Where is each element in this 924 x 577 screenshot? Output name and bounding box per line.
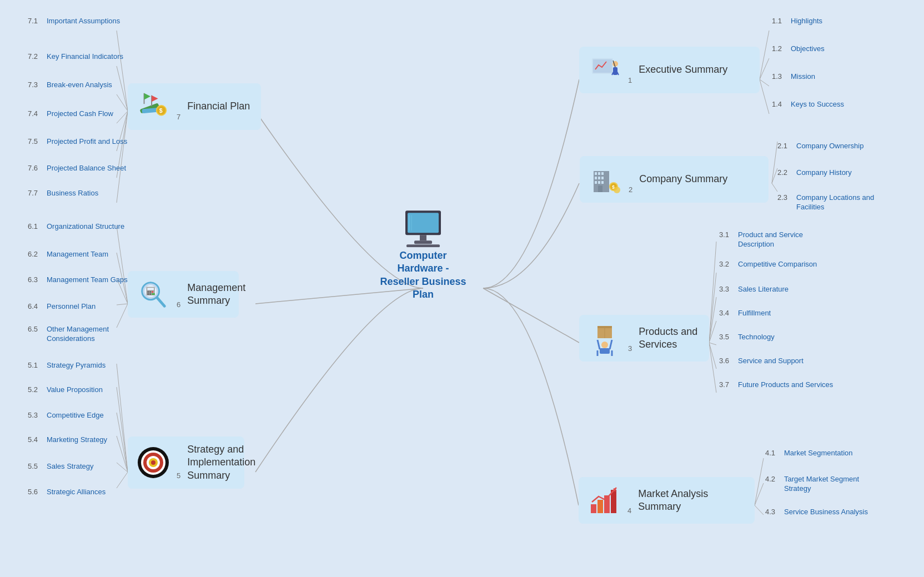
- market-chart-icon: [587, 484, 621, 517]
- svg-line-33: [117, 463, 128, 472]
- sub-item-5-3: 5.3 Competitive Edge: [28, 411, 104, 420]
- svg-rect-68: [600, 348, 610, 354]
- svg-line-0: [760, 31, 769, 79]
- svg-line-12: [709, 343, 716, 369]
- node-strategy-implementation: 5 Strategy and Implementation Summary: [128, 436, 244, 489]
- svg-line-17: [117, 31, 128, 111]
- node-num-7: 7: [177, 113, 180, 123]
- svg-rect-54: [598, 177, 600, 179]
- sub-item-4-3: 4.3 Service Business Analysis: [765, 508, 868, 517]
- svg-line-8: [709, 273, 716, 343]
- management-icon: [137, 278, 170, 311]
- svg-line-34: [117, 472, 128, 488]
- svg-line-15: [755, 483, 764, 505]
- svg-line-30: [117, 387, 128, 472]
- company-summary-title: Company Summary: [639, 173, 727, 185]
- sub-item-4-1: 4.1 Market Segmentation: [765, 449, 853, 458]
- svg-line-18: [117, 66, 128, 111]
- sub-item-3-1: 3.1 Product and Service Description: [719, 230, 803, 249]
- svg-marker-84: [152, 96, 158, 102]
- sub-item-6-1: 6.1 Organizational Structure: [28, 222, 124, 232]
- presentation-icon: [588, 53, 621, 87]
- financial-plan-title: Financial Plan: [187, 100, 250, 113]
- sub-item-5-5: 5.5 Sales Strategy: [28, 462, 94, 471]
- svg-rect-92: [147, 291, 149, 293]
- svg-line-13: [709, 343, 716, 393]
- svg-line-16: [755, 505, 764, 515]
- svg-line-28: [117, 304, 128, 328]
- building-icon: $: [589, 163, 622, 196]
- svg-rect-97: [152, 293, 155, 295]
- computer-icon: [401, 209, 445, 247]
- sub-item-7-5: 7.5 Projected Profit and Loss: [28, 137, 127, 147]
- sub-item-2-2: 2.2 Company History: [777, 168, 852, 178]
- sub-item-4-2: 4.2 Target Market Segment Strategy: [765, 475, 859, 494]
- target-icon: [137, 446, 170, 479]
- svg-rect-58: [601, 181, 604, 184]
- node-num-2: 2: [629, 185, 632, 196]
- svg-point-67: [601, 342, 608, 348]
- sub-item-7-2: 7.2 Key Financial Indicators: [28, 52, 123, 62]
- svg-line-11: [709, 343, 716, 345]
- node-market-analysis: 4 Market Analysis Summary: [579, 477, 755, 524]
- products-services-title: Products and Services: [639, 325, 697, 352]
- svg-rect-51: [598, 172, 600, 175]
- svg-line-71: [597, 340, 600, 349]
- node-products-services: 3 Products and Services: [579, 315, 709, 362]
- svg-line-14: [755, 458, 764, 505]
- sub-item-2-1: 2.1 Company Ownership: [777, 142, 863, 151]
- svg-line-1: [760, 58, 769, 79]
- svg-line-31: [117, 413, 128, 472]
- svg-line-2: [760, 79, 769, 86]
- svg-line-72: [610, 340, 612, 349]
- svg-rect-95: [147, 293, 149, 295]
- sub-item-6-5: 6.5 Other Management Considerations: [28, 325, 109, 344]
- node-company-summary: $ 2 Company Summary: [580, 156, 769, 203]
- sub-item-7-4: 7.4 Projected Cash Flow: [28, 109, 113, 119]
- center-title: Computer Hardware - Reseller Business Pl…: [379, 249, 468, 302]
- box-carrier-icon: [588, 322, 621, 355]
- svg-text:$: $: [159, 107, 163, 114]
- svg-line-7: [709, 242, 716, 343]
- node-num-6: 6: [177, 300, 180, 311]
- sub-item-7-6: 7.6 Projected Balance Sheet: [28, 164, 126, 173]
- svg-rect-94: [152, 291, 153, 293]
- svg-line-6: [772, 183, 777, 192]
- svg-rect-38: [414, 240, 432, 244]
- sub-item-3-4: 3.4 Fulfillment: [719, 309, 771, 318]
- sub-item-1-1: 1.1 Highlights: [772, 17, 822, 26]
- svg-rect-50: [595, 172, 597, 175]
- sub-item-3-7: 3.7 Future Products and Services: [719, 380, 833, 390]
- svg-rect-73: [591, 504, 596, 513]
- svg-line-32: [117, 436, 128, 472]
- svg-point-63: [614, 187, 620, 193]
- sub-item-6-4: 6.4 Personnel Plan: [28, 302, 96, 312]
- sub-item-3-2: 3.2 Competitive Comparison: [719, 260, 817, 269]
- financial-icon: $: [137, 90, 170, 123]
- center-node: Computer Hardware - Reseller Business Pl…: [379, 209, 468, 302]
- executive-summary-title: Executive Summary: [639, 63, 727, 76]
- svg-line-5: [772, 168, 777, 183]
- sub-item-5-1: 5.1 Strategy Pyramids: [28, 361, 106, 370]
- svg-line-29: [117, 364, 128, 472]
- sub-item-1-2: 1.2 Objectives: [772, 44, 825, 54]
- sub-item-3-3: 3.3 Sales Literature: [719, 285, 789, 294]
- svg-line-24: [117, 226, 128, 304]
- svg-rect-55: [601, 177, 604, 179]
- svg-rect-96: [149, 293, 151, 295]
- svg-rect-91: [147, 288, 154, 290]
- svg-rect-57: [598, 181, 600, 184]
- node-executive-summary: 1 Executive Summary: [579, 47, 760, 93]
- svg-line-23: [117, 111, 128, 203]
- svg-line-27: [117, 304, 128, 305]
- svg-line-4: [772, 142, 777, 183]
- strategy-implementation-title: Strategy and Implementation Summary: [187, 443, 255, 482]
- sub-item-5-2: 5.2 Value Proposition: [28, 385, 103, 395]
- svg-rect-52: [601, 172, 604, 175]
- svg-line-10: [709, 321, 716, 343]
- svg-rect-74: [597, 500, 603, 513]
- sub-item-7-7: 7.7 Business Ratios: [28, 189, 98, 198]
- market-analysis-title: Market Analysis Summary: [638, 488, 708, 514]
- sub-item-6-2: 6.2 Management Team: [28, 250, 108, 259]
- sub-item-3-5: 3.5 Technology: [719, 333, 775, 342]
